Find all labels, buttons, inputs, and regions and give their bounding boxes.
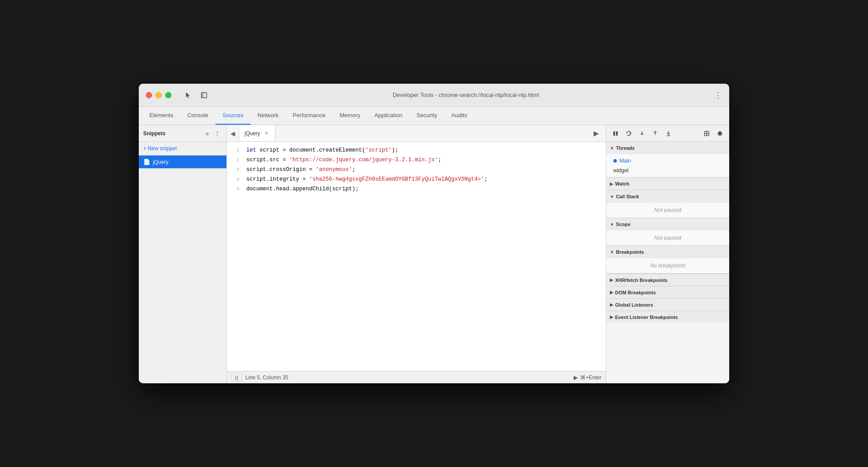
call-stack-expand-icon: ▼ <box>610 194 614 199</box>
tab-performance[interactable]: Performance <box>286 107 332 125</box>
watch-expand-icon: ▶ <box>610 182 613 186</box>
dom-breakpoints-header[interactable]: ▶ DOM Breakpoints <box>606 286 729 298</box>
global-expand-icon: ▶ <box>610 302 613 307</box>
call-stack-status: Not paused <box>606 204 729 216</box>
scope-body: Not paused <box>606 230 729 245</box>
threads-header[interactable]: ▼ Threads <box>606 142 729 154</box>
run-script-button[interactable]: ▶ <box>590 127 602 140</box>
cursor-icon[interactable] <box>182 89 194 101</box>
global-listeners-header[interactable]: ▶ Global Listeners <box>606 298 729 311</box>
xhr-label: XHR/fetch Breakpoints <box>615 278 668 283</box>
editor-tab-close-button[interactable]: ✕ <box>263 130 270 137</box>
format-button[interactable]: {} <box>231 373 242 382</box>
code-editor[interactable]: 1 let script = document.createElement('s… <box>227 142 606 371</box>
step-into-button[interactable] <box>636 128 648 139</box>
sidebar-header: Snippets » ⋮ <box>139 125 226 142</box>
code-line-4: 4 script.integrity = 'sha256-hwg4gsxgFZh… <box>227 174 606 184</box>
scope-section: ▼ Scope Not paused <box>606 218 729 246</box>
window-title: Developer Tools - chrome-search://local-… <box>217 92 714 98</box>
deactivate-breakpoints-button[interactable] <box>714 128 726 139</box>
chevron-right-icon[interactable]: » <box>204 129 211 138</box>
tab-audits[interactable]: Audits <box>444 107 474 125</box>
svg-rect-1 <box>201 93 204 98</box>
snippet-file-icon: 📄 <box>143 159 150 165</box>
snippets-sidebar: Snippets » ⋮ + New snippet 📄 jQuery <box>139 125 227 383</box>
breakpoints-label: Breakpoints <box>616 249 644 255</box>
event-label: Event Listener Breakpoints <box>615 315 678 320</box>
step-over-button[interactable] <box>623 128 634 139</box>
thread-item-widget[interactable]: widget <box>606 166 729 175</box>
line-content-4: script.integrity = 'sha256-hwg4gsxgFZh0s… <box>245 174 606 184</box>
tab-sources[interactable]: Sources <box>215 107 251 125</box>
line-content-3: script.crossOrigin = 'anonymous'; <box>245 165 606 174</box>
breakpoints-body: No breakpoints <box>606 258 729 273</box>
main-tabbar: Elements Console Sources Network Perform… <box>139 107 729 125</box>
watch-label: Watch <box>615 181 630 186</box>
threads-expand-icon: ▼ <box>610 146 614 151</box>
dom-label: DOM Breakpoints <box>615 290 656 295</box>
close-button[interactable] <box>146 92 152 98</box>
devtools-window: Developer Tools - chrome-search://local-… <box>139 84 729 383</box>
maximize-button[interactable] <box>165 92 171 98</box>
global-label: Global Listeners <box>615 302 653 308</box>
event-listener-breakpoints-header[interactable]: ▶ Event Listener Breakpoints <box>606 311 729 323</box>
line-number-5: 5 <box>227 184 245 194</box>
more-menu-button[interactable]: ⋮ <box>714 90 722 100</box>
editor-tab-actions: ▶ <box>275 125 606 141</box>
pause-button[interactable] <box>610 128 621 139</box>
cursor-position: Line 5, Column 35 <box>245 374 288 381</box>
new-snippet-button[interactable]: + New snippet <box>139 142 226 156</box>
scope-status: Not paused <box>606 232 729 244</box>
step-button[interactable] <box>663 128 674 139</box>
scope-header[interactable]: ▼ Scope <box>606 218 729 230</box>
right-panel: ▼ Threads Main widget ▶ Watch <box>606 125 729 383</box>
watch-section: ▶ Watch <box>606 178 729 190</box>
watch-header[interactable]: ▶ Watch <box>606 178 729 190</box>
titlebar: Developer Tools - chrome-search://local-… <box>139 84 729 107</box>
traffic-lights <box>146 92 171 98</box>
line-number-3: 3 <box>227 165 245 174</box>
more-options-icon[interactable]: ⋮ <box>212 129 222 138</box>
debug-toolbar <box>606 125 729 142</box>
breakpoints-status: No breakpoints <box>606 260 729 271</box>
tab-elements[interactable]: Elements <box>142 107 180 125</box>
status-bar: {} Line 5, Column 35 ▶ ⌘+Enter <box>227 371 606 383</box>
main-content: Snippets » ⋮ + New snippet 📄 jQuery ◀ jQ… <box>139 125 729 383</box>
editor-tab-jquery[interactable]: jQuery ✕ <box>239 125 275 141</box>
scope-label: Scope <box>616 222 631 227</box>
snippet-item-jquery[interactable]: 📄 jQuery <box>139 156 226 168</box>
breakpoints-section: ▼ Breakpoints No breakpoints <box>606 246 729 274</box>
code-line-3: 3 script.crossOrigin = 'anonymous'; <box>227 165 606 174</box>
blackbox-button[interactable] <box>701 128 712 139</box>
threads-body: Main widget <box>606 154 729 177</box>
call-stack-body: Not paused <box>606 203 729 218</box>
tab-application[interactable]: Application <box>367 107 410 125</box>
tab-nav-left[interactable]: ◀ <box>227 125 239 141</box>
thread-main-label: Main <box>619 158 631 164</box>
tab-memory[interactable]: Memory <box>333 107 367 125</box>
dock-icon[interactable] <box>198 89 210 101</box>
scope-expand-icon: ▼ <box>610 222 614 227</box>
status-bar-left: {} Line 5, Column 35 <box>231 373 288 382</box>
editor-tabs: ◀ jQuery ✕ ▶ <box>227 125 606 142</box>
line-number-2: 2 <box>227 155 245 165</box>
xhr-fetch-header[interactable]: ▶ XHR/fetch Breakpoints <box>606 274 729 286</box>
tab-security[interactable]: Security <box>409 107 444 125</box>
event-expand-icon: ▶ <box>610 315 613 319</box>
threads-label: Threads <box>616 145 635 151</box>
code-line-5: 5 document.head.appendChild(script); <box>227 184 606 194</box>
call-stack-section: ▼ Call Stack Not paused <box>606 190 729 218</box>
breakpoints-header[interactable]: ▼ Breakpoints <box>606 246 729 258</box>
svg-point-12 <box>718 131 722 136</box>
call-stack-label: Call Stack <box>616 194 639 199</box>
devtools-nav-icons <box>178 89 214 101</box>
run-icon: ▶ <box>574 374 578 381</box>
call-stack-header[interactable]: ▼ Call Stack <box>606 190 729 203</box>
tab-console[interactable]: Console <box>180 107 215 125</box>
step-out-button[interactable] <box>649 128 661 139</box>
tab-network[interactable]: Network <box>251 107 286 125</box>
thread-item-main[interactable]: Main <box>606 156 729 166</box>
threads-section: ▼ Threads Main widget <box>606 142 729 178</box>
minimize-button[interactable] <box>156 92 162 98</box>
thread-widget-label: widget <box>613 167 629 174</box>
